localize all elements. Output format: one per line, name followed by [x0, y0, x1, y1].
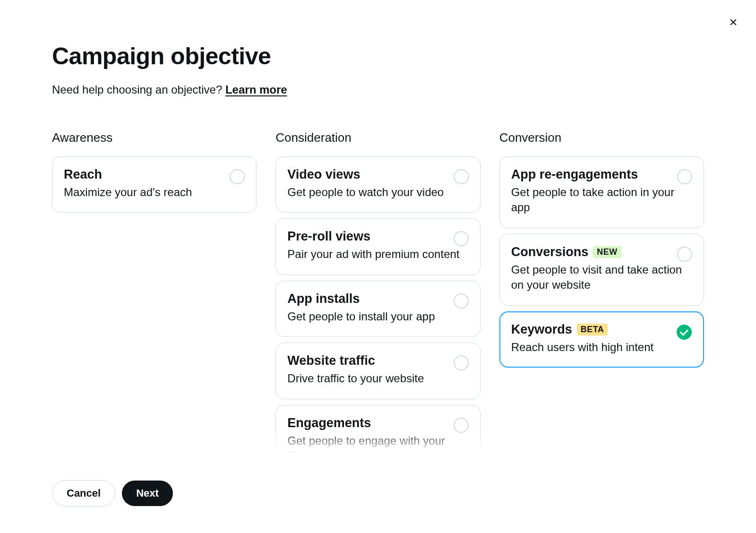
- card-desc: Get people to install your app: [287, 309, 468, 324]
- card-title: Website traffic: [287, 353, 468, 368]
- card-desc: Get people to visit and take action on y…: [511, 262, 692, 293]
- radio-icon: [677, 169, 692, 184]
- footer: Cancel Next: [0, 454, 756, 533]
- badge-beta: BETA: [577, 324, 608, 335]
- card-title: Video views: [287, 167, 468, 182]
- radio-icon: [230, 169, 245, 184]
- card-desc: Get people to take action in your app: [511, 185, 692, 215]
- column-heading-conversion: Conversion: [499, 130, 704, 145]
- cancel-button[interactable]: Cancel: [52, 480, 115, 507]
- card-desc: Maximize your ad's reach: [64, 185, 245, 200]
- radio-checked-icon: [677, 325, 692, 340]
- close-icon: [729, 17, 738, 28]
- card-title: App re-engagements: [511, 167, 692, 182]
- card-title: Keywords BETA: [511, 322, 692, 337]
- radio-icon: [454, 355, 469, 370]
- learn-more-link[interactable]: Learn more: [225, 83, 287, 96]
- column-heading-awareness: Awareness: [52, 130, 257, 145]
- radio-icon: [454, 418, 469, 433]
- objective-card-keywords[interactable]: Keywords BETA Reach users with high inte…: [499, 311, 704, 368]
- card-title: Engagements: [287, 416, 468, 430]
- card-title-text: Conversions: [511, 245, 589, 259]
- objective-card-app-installs[interactable]: App installs Get people to install your …: [275, 281, 480, 337]
- close-button[interactable]: [724, 13, 743, 32]
- radio-icon: [677, 247, 692, 262]
- radio-icon: [454, 231, 469, 246]
- next-button[interactable]: Next: [122, 481, 173, 506]
- objective-card-website-traffic[interactable]: Website traffic Drive traffic to your we…: [275, 343, 480, 399]
- card-title: Reach: [64, 167, 245, 182]
- card-desc: Drive traffic to your website: [287, 371, 468, 386]
- card-title: Pre-roll views: [287, 229, 468, 244]
- card-title-text: Keywords: [511, 322, 572, 337]
- card-title: Conversions NEW: [511, 245, 692, 259]
- objective-card-reach[interactable]: Reach Maximize your ad's reach: [52, 156, 257, 213]
- radio-icon: [454, 293, 469, 309]
- objective-card-video-views[interactable]: Video views Get people to watch your vid…: [275, 156, 480, 213]
- help-text: Need help choosing an objective? Learn m…: [52, 83, 704, 96]
- card-desc: Get people to watch your video: [287, 185, 468, 200]
- radio-icon: [454, 169, 469, 184]
- card-desc: Reach users with high intent: [511, 340, 692, 355]
- card-title: App installs: [287, 292, 468, 306]
- card-desc: Pair your ad with premium content: [287, 247, 468, 262]
- badge-new: NEW: [593, 246, 621, 258]
- objective-card-app-reengagements[interactable]: App re-engagements Get people to take ac…: [499, 156, 704, 228]
- objective-card-preroll-views[interactable]: Pre-roll views Pair your ad with premium…: [275, 218, 480, 275]
- page-title: Campaign objective: [52, 43, 704, 70]
- objective-card-conversions[interactable]: Conversions NEW Get people to visit and …: [499, 234, 704, 306]
- help-prefix: Need help choosing an objective?: [52, 83, 225, 96]
- column-heading-consideration: Consideration: [275, 130, 480, 145]
